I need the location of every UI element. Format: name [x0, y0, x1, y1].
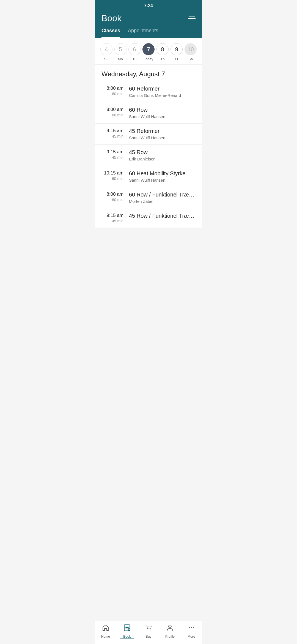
filter-line-2 — [188, 18, 196, 19]
time-main-5: 8:00 am — [101, 192, 123, 197]
day-number-6: 6 — [128, 43, 141, 55]
nav-active-indicator — [120, 638, 134, 638]
day-6[interactable]: 6 Tu — [128, 43, 141, 61]
day-number-10: 10 — [185, 43, 197, 55]
class-name-2: 45 Reformer — [129, 128, 196, 134]
time-duration-6: 45 min — [101, 219, 123, 223]
class-instructor-4: Sanni Wulff Hansen — [129, 178, 196, 182]
day-label-4: Su — [104, 57, 109, 61]
svg-point-7 — [193, 627, 194, 628]
class-info-0: 60 Reformer Camilla Gohs Miehe-Renard — [129, 86, 196, 98]
app-header: Book — [95, 10, 202, 23]
day-9[interactable]: 9 Fr — [170, 43, 183, 61]
class-info-2: 45 Reformer Sanni Wulff Hansen — [129, 128, 196, 140]
time-main-3: 9:15 am — [101, 149, 123, 155]
day-8[interactable]: 8 Th — [156, 43, 169, 61]
class-instructor-2: Sanni Wulff Hansen — [129, 135, 196, 140]
day-label-5: Mo — [118, 57, 123, 61]
svg-point-3 — [150, 630, 151, 631]
class-item-6[interactable]: 9:15 am 45 min 45 Row / Funktionel Træ… — [95, 208, 202, 228]
time-duration-3: 45 min — [101, 155, 123, 160]
class-item-4[interactable]: 10:15 am 60 min 60 Heat Mobility Styrke … — [95, 166, 202, 187]
nav-home-label: Home — [101, 635, 110, 638]
svg-point-2 — [148, 630, 148, 631]
class-name-1: 60 Row — [129, 107, 196, 113]
time-block-1: 8:00 am 60 min — [101, 107, 129, 117]
time-block-0: 8:00 am 60 min — [101, 86, 129, 96]
day-number-8: 8 — [156, 43, 169, 55]
time-block-3: 9:15 am 45 min — [101, 149, 129, 160]
class-item-0[interactable]: 8:00 am 60 min 60 Reformer Camilla Gohs … — [95, 81, 202, 102]
class-instructor-5: Morten Zabel — [129, 199, 196, 204]
bottom-nav: Home Book Buy — [95, 621, 202, 644]
day-label-10: Sa — [188, 57, 193, 61]
tab-bar: Classes Appointments — [95, 23, 202, 38]
schedule-list: 8:00 am 60 min 60 Reformer Camilla Gohs … — [95, 81, 202, 228]
tab-appointments[interactable]: Appointments — [128, 28, 158, 38]
class-item-2[interactable]: 9:15 am 45 min 45 Reformer Sanni Wulff H… — [95, 124, 202, 145]
time-main-1: 8:00 am — [101, 107, 123, 112]
class-instructor-3: Erik Danielsen — [129, 157, 196, 161]
class-info-5: 60 Row / Funktionel Træ… Morten Zabel — [129, 192, 196, 204]
main-content: 4 Su 5 Mo 6 Tu 7 Today 8 Th — [95, 38, 202, 250]
nav-buy-label: Buy — [146, 635, 152, 638]
buy-icon — [145, 624, 152, 634]
page-title: Book — [101, 13, 122, 23]
profile-icon — [166, 624, 174, 634]
day-number-5: 5 — [114, 43, 127, 55]
day-5[interactable]: 5 Mo — [114, 43, 127, 61]
class-name-4: 60 Heat Mobility Styrke — [129, 170, 196, 177]
nav-more[interactable]: More — [182, 624, 201, 638]
class-name-6: 45 Row / Funktionel Træ… — [129, 213, 196, 219]
svg-point-6 — [191, 627, 192, 628]
svg-point-4 — [169, 625, 171, 628]
class-name-3: 45 Row — [129, 149, 196, 155]
status-time: 7:24 — [144, 3, 153, 8]
day-10[interactable]: 10 Sa — [185, 43, 197, 61]
class-instructor-1: Sanni Wulff Hansen — [129, 114, 196, 119]
home-icon — [102, 624, 109, 634]
class-instructor-0: Camilla Gohs Miehe-Renard — [129, 93, 196, 98]
class-info-6: 45 Row / Funktionel Træ… — [129, 213, 196, 220]
class-info-4: 60 Heat Mobility Styrke Sanni Wulff Hans… — [129, 170, 196, 182]
time-block-5: 8:00 am 60 min — [101, 192, 129, 202]
filter-button[interactable] — [188, 17, 196, 20]
time-duration-1: 60 min — [101, 113, 123, 117]
svg-point-5 — [189, 627, 190, 628]
class-item-5[interactable]: 8:00 am 60 min 60 Row / Funktionel Træ… … — [95, 187, 202, 208]
day-7-today[interactable]: 7 Today — [142, 43, 155, 61]
time-duration-2: 45 min — [101, 134, 123, 138]
class-item-3[interactable]: 9:15 am 45 min 45 Row Erik Danielsen — [95, 145, 202, 166]
day-label-8: Th — [161, 57, 165, 61]
time-block-2: 9:15 am 45 min — [101, 128, 129, 138]
time-block-4: 10:15 am 60 min — [101, 170, 129, 181]
nav-book[interactable]: Book — [117, 624, 137, 638]
book-icon — [123, 624, 131, 634]
day-label-7: Today — [144, 57, 153, 61]
time-main-0: 8:00 am — [101, 86, 123, 91]
day-number-9: 9 — [170, 43, 183, 55]
status-bar: 7:24 — [95, 0, 202, 10]
day-label-9: Fr — [175, 57, 178, 61]
class-name-0: 60 Reformer — [129, 86, 196, 92]
time-duration-5: 60 min — [101, 198, 123, 202]
class-info-3: 45 Row Erik Danielsen — [129, 149, 196, 161]
more-icon — [188, 624, 195, 634]
filter-line-3 — [189, 20, 195, 20]
time-block-6: 9:15 am 45 min — [101, 213, 129, 223]
time-main-4: 10:15 am — [101, 170, 123, 176]
nav-profile[interactable]: Profile — [160, 624, 180, 638]
time-duration-0: 60 min — [101, 92, 123, 96]
class-item-1[interactable]: 8:00 am 60 min 60 Row Sanni Wulff Hansen — [95, 102, 202, 124]
nav-buy[interactable]: Buy — [139, 624, 158, 638]
date-heading: Wednesday, August 7 — [95, 65, 202, 81]
day-4[interactable]: 4 Su — [100, 43, 112, 61]
filter-line-1 — [189, 17, 195, 17]
day-number-4: 4 — [100, 43, 112, 55]
nav-home[interactable]: Home — [96, 624, 115, 638]
calendar-strip: 4 Su 5 Mo 6 Tu 7 Today 8 Th — [95, 38, 202, 65]
time-main-6: 9:15 am — [101, 213, 123, 218]
nav-profile-label: Profile — [165, 635, 175, 638]
tab-classes[interactable]: Classes — [101, 28, 120, 38]
class-info-1: 60 Row Sanni Wulff Hansen — [129, 107, 196, 119]
